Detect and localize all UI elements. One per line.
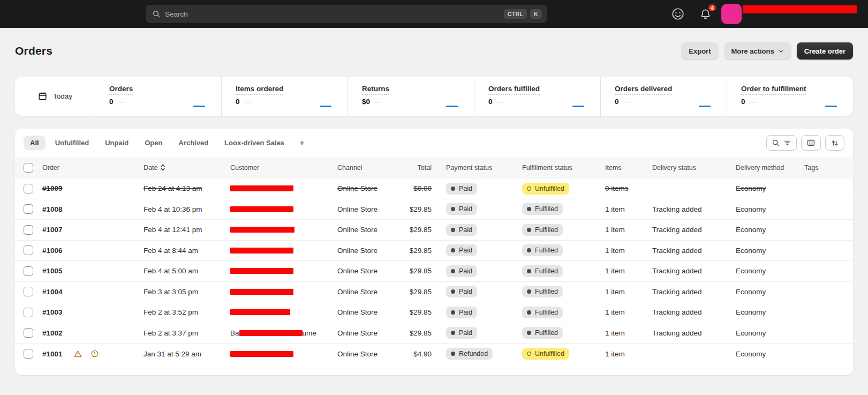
order-number[interactable]: #1001 bbox=[42, 350, 63, 358]
sort-button[interactable] bbox=[825, 135, 844, 151]
export-button[interactable]: Export bbox=[681, 42, 718, 59]
tab-all[interactable]: All bbox=[24, 136, 46, 150]
column-tags: Tags bbox=[804, 164, 853, 172]
payment-status-label: Paid bbox=[459, 329, 472, 337]
payment-status-cell: Paid bbox=[432, 203, 522, 215]
order-number[interactable]: #1009 bbox=[42, 184, 63, 192]
fulfillment-status-label: Fulfilled bbox=[535, 205, 558, 213]
global-search-input[interactable]: Search CTRL K bbox=[146, 5, 547, 23]
sidekick-assistant-button[interactable] bbox=[669, 5, 687, 23]
order-number[interactable]: #1008 bbox=[42, 205, 63, 213]
metric-orders-fulfilled[interactable]: Orders fulfilled 0— bbox=[474, 77, 601, 116]
customer-redaction bbox=[230, 268, 293, 274]
row-checkbox[interactable] bbox=[24, 184, 33, 193]
metric-value: $0 bbox=[362, 98, 370, 106]
tab-loox-driven-sales[interactable]: Loox-driven Sales bbox=[218, 136, 291, 150]
fulfillment-status-badge: Unfulfilled bbox=[522, 348, 569, 360]
order-number[interactable]: #1005 bbox=[42, 267, 63, 275]
order-total: $29.85 bbox=[396, 247, 432, 255]
add-view-button[interactable]: + bbox=[294, 136, 310, 151]
metric-value: 0 bbox=[488, 98, 493, 106]
table-row[interactable]: #1006 Feb 4 at 8:44 am Online Store $29.… bbox=[15, 241, 853, 262]
column-items: Items bbox=[605, 164, 652, 172]
column-delivery-method: Delivery method bbox=[736, 164, 804, 172]
create-order-button[interactable]: Create order bbox=[797, 42, 853, 59]
order-date: Feb 4 at 12:41 pm bbox=[144, 226, 230, 234]
table-row[interactable]: #1007 Feb 4 at 12:41 pm Online Store $29… bbox=[15, 220, 853, 241]
column-delivery-status: Delivery status bbox=[652, 164, 736, 172]
order-date: Feb 4 at 10:36 pm bbox=[144, 205, 230, 213]
tab-unfulfilled[interactable]: Unfulfilled bbox=[49, 136, 96, 150]
payment-status-cell: Paid bbox=[432, 286, 522, 297]
customer-redaction bbox=[230, 248, 293, 254]
order-channel: Online Store bbox=[337, 205, 396, 213]
sparkline bbox=[193, 106, 205, 107]
columns-button[interactable] bbox=[801, 135, 821, 151]
payment-status-label: Paid bbox=[459, 267, 472, 275]
delivery-method: Economy bbox=[736, 267, 804, 275]
metric-order-to-fulfillment[interactable]: Order to fulfillment 0— bbox=[727, 77, 853, 116]
order-channel: Online Store bbox=[337, 308, 396, 316]
customer-cell bbox=[230, 289, 337, 295]
more-actions-button[interactable]: More actions bbox=[724, 42, 791, 59]
order-date: Feb 2 at 3:37 pm bbox=[144, 329, 230, 337]
customer-redaction bbox=[230, 227, 295, 233]
row-checkbox[interactable] bbox=[24, 349, 33, 359]
warning-triangle-icon bbox=[73, 349, 82, 359]
payment-status-label: Paid bbox=[459, 288, 472, 295]
payment-status-badge: Paid bbox=[446, 224, 477, 236]
customer-name-fragment: ume bbox=[303, 329, 316, 337]
order-total: $29.85 bbox=[396, 308, 432, 316]
table-row[interactable]: #1002 Feb 2 at 3:37 pm Ba ume Online Sto… bbox=[15, 323, 853, 344]
date-sort-icon[interactable] bbox=[160, 164, 165, 171]
row-checkbox[interactable] bbox=[24, 266, 33, 276]
table-row[interactable]: #1005 Feb 4 at 5:00 am Online Store $29.… bbox=[15, 261, 853, 282]
order-number[interactable]: #1004 bbox=[42, 288, 63, 296]
table-row[interactable]: #1004 Feb 3 at 3:05 pm Online Store $29.… bbox=[15, 282, 853, 303]
fulfillment-status-badge: Fulfilled bbox=[522, 307, 563, 318]
date-range-picker[interactable]: Today bbox=[15, 77, 95, 116]
notifications-button[interactable]: 4 bbox=[696, 5, 714, 23]
table-row[interactable]: #1003 Feb 2 at 3:52 pm Online Store $29.… bbox=[15, 302, 853, 323]
metric-orders-delivered[interactable]: Orders delivered 0— bbox=[601, 77, 727, 116]
row-checkbox[interactable] bbox=[24, 287, 33, 296]
customer-redaction bbox=[230, 351, 293, 357]
order-channel: Online Store bbox=[337, 267, 396, 275]
column-order: Order bbox=[42, 164, 144, 172]
metric-orders[interactable]: Orders 0— bbox=[95, 77, 222, 116]
table-row[interactable]: #1009 Feb 24 at 4:13 am Online Store $0.… bbox=[15, 178, 853, 199]
row-checkbox[interactable] bbox=[24, 328, 33, 338]
metric-items-ordered[interactable]: Items ordered 0— bbox=[222, 77, 348, 116]
customer-cell bbox=[230, 227, 337, 233]
order-items-count: 1 item bbox=[605, 226, 652, 234]
order-items-count: 1 item bbox=[605, 267, 652, 275]
row-checkbox[interactable] bbox=[24, 204, 33, 214]
search-filter-button[interactable] bbox=[766, 135, 797, 151]
metric-returns[interactable]: Returns $0— bbox=[348, 77, 474, 116]
store-avatar[interactable] bbox=[721, 4, 742, 24]
sparkline bbox=[572, 106, 584, 107]
table-row[interactable]: #1008 Feb 4 at 10:36 pm Online Store $29… bbox=[15, 199, 853, 220]
order-number[interactable]: #1006 bbox=[42, 247, 63, 255]
order-number[interactable]: #1003 bbox=[42, 308, 63, 316]
table-header: Order Date Customer Channel Total Paymen… bbox=[15, 157, 853, 178]
fulfillment-status-badge: Fulfilled bbox=[522, 203, 563, 215]
delivery-method: Economy bbox=[736, 288, 804, 296]
filter-icon bbox=[783, 139, 791, 147]
tab-open[interactable]: Open bbox=[138, 136, 169, 150]
order-number[interactable]: #1002 bbox=[42, 329, 63, 337]
shortcut-k-key: K bbox=[530, 9, 542, 19]
fulfillment-status-badge: Fulfilled bbox=[522, 265, 563, 277]
order-items-count: 1 item bbox=[605, 247, 652, 255]
table-row[interactable]: #1001 Jan 31 at 5:29 am Online Store $4.… bbox=[15, 344, 853, 364]
row-checkbox[interactable] bbox=[24, 308, 33, 317]
order-number[interactable]: #1007 bbox=[42, 226, 63, 234]
row-checkbox[interactable] bbox=[24, 245, 33, 255]
tab-unpaid[interactable]: Unpaid bbox=[99, 136, 135, 150]
row-checkbox[interactable] bbox=[24, 225, 33, 235]
select-all-checkbox[interactable] bbox=[24, 163, 33, 173]
customer-cell bbox=[230, 268, 337, 274]
status-dot-icon bbox=[527, 289, 531, 294]
tab-archived[interactable]: Archived bbox=[172, 136, 215, 150]
row-alert-icons bbox=[73, 349, 99, 359]
